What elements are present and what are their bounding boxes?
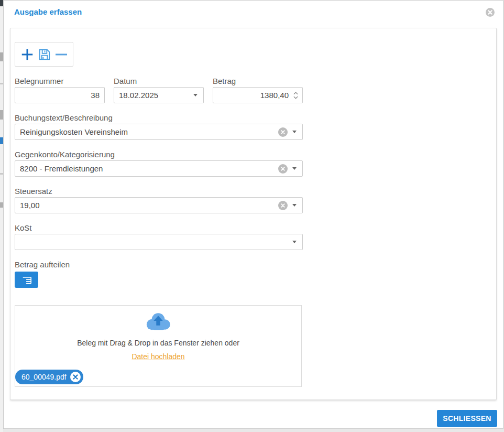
betrag-input[interactable] <box>213 88 293 103</box>
cloud-upload-icon <box>145 311 172 331</box>
buchungstext-caret-down-icon[interactable] <box>292 131 297 133</box>
x-icon <box>281 203 285 208</box>
gegenkonto-field <box>15 160 303 177</box>
chevron-up-icon <box>293 92 298 95</box>
kost-input[interactable] <box>15 234 292 250</box>
split-rows-icon <box>21 275 32 285</box>
steuersatz-label: Steuersatz <box>15 187 52 196</box>
x-icon <box>281 130 285 134</box>
x-icon <box>73 374 78 380</box>
buchungstext-clear-icon[interactable] <box>278 127 288 137</box>
dialog-title: Ausgabe erfassen <box>14 7 82 16</box>
betrag-aufteilen-label: Betrag aufteilen <box>15 260 70 269</box>
upload-file-link[interactable]: Datei hochladen <box>132 352 184 361</box>
kost-field <box>15 234 303 250</box>
kost-caret-down-icon[interactable] <box>292 241 297 243</box>
floppy-disk-icon <box>38 48 51 61</box>
x-icon <box>281 167 285 171</box>
belegnummer-field <box>15 87 105 103</box>
remove-record-button[interactable] <box>54 48 68 61</box>
gegenkonto-label: Gegenkonto/Kategorisierung <box>15 150 115 159</box>
betrag-aufteilen-button[interactable] <box>15 272 38 288</box>
chevron-down-icon <box>293 96 298 99</box>
minus-icon <box>54 48 68 61</box>
dialog-close-icon[interactable] <box>486 8 495 17</box>
uploaded-file-name: 60_00049.pdf <box>21 373 67 381</box>
uploaded-file-chip[interactable]: 60_00049.pdf <box>15 370 83 384</box>
schliessen-button[interactable]: SCHLIESSEN <box>437 410 497 427</box>
gegenkonto-caret-down-icon[interactable] <box>292 167 297 170</box>
gegenkonto-input[interactable] <box>15 161 278 176</box>
datum-field <box>114 87 204 103</box>
save-record-button[interactable] <box>38 48 51 61</box>
buchungstext-input[interactable] <box>15 124 278 139</box>
steuersatz-clear-icon[interactable] <box>278 201 288 210</box>
datum-label: Datum <box>114 77 137 85</box>
form-container: Belegnummer Datum Betrag Buchungstext/Be… <box>10 28 497 400</box>
add-record-button[interactable] <box>20 47 35 62</box>
steuersatz-input[interactable] <box>15 198 278 213</box>
buchungstext-field <box>15 124 303 140</box>
record-toolbar <box>15 42 73 67</box>
buchungstext-label: Buchungstext/Beschreibung <box>15 113 113 122</box>
expense-entry-dialog: Ausgabe erfassen <box>3 0 503 429</box>
datum-input[interactable] <box>114 88 193 103</box>
betrag-label: Betrag <box>213 77 236 85</box>
belegnummer-label: Belegnummer <box>15 77 63 85</box>
steuersatz-caret-down-icon[interactable] <box>292 204 297 207</box>
x-icon <box>488 10 492 15</box>
gegenkonto-clear-icon[interactable] <box>278 164 288 174</box>
betrag-field <box>213 87 303 103</box>
datum-caret-down-icon[interactable] <box>193 94 198 96</box>
dropzone-instruction: Beleg mit Drag & Drop in das Fenster zie… <box>77 339 239 347</box>
betrag-spinner[interactable] <box>293 92 298 99</box>
belegnummer-input[interactable] <box>15 88 104 103</box>
remove-file-icon[interactable] <box>70 372 81 382</box>
kost-label: KoSt <box>15 223 32 232</box>
plus-icon <box>20 47 35 62</box>
steuersatz-field <box>15 197 303 213</box>
